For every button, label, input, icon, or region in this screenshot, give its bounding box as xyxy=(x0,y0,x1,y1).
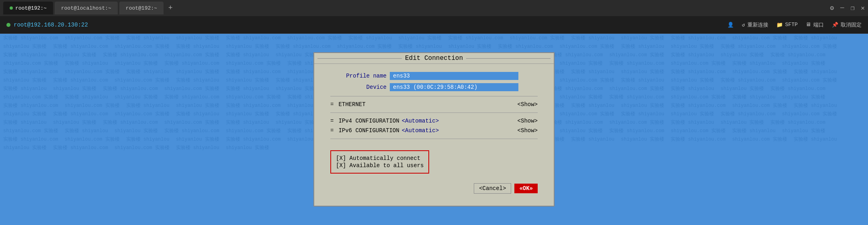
ipv4-eq: = xyxy=(330,118,334,124)
divider-3 xyxy=(330,139,538,139)
ethernet-label: ETHERNET xyxy=(338,101,365,108)
tab-3-label: root@192:~ xyxy=(126,5,157,11)
dialog-body: Profile name ens33 Device ens33 (00:0C:2… xyxy=(314,64,554,206)
profile-name-label: Profile name xyxy=(330,73,387,79)
unpin-icon: 📌 xyxy=(832,22,838,28)
dialog-title: Edit Connection xyxy=(405,55,463,62)
device-label: Device xyxy=(330,84,387,90)
tab-bar: root@192:~ root@localhost:~ root@192:~ +… xyxy=(0,0,868,16)
ethernet-show[interactable]: <Show> xyxy=(518,101,538,108)
terminal-label: 端口 xyxy=(813,21,824,29)
profile-name-value[interactable]: ens33 xyxy=(390,72,518,80)
minimize-icon[interactable]: ─ xyxy=(840,4,844,12)
ethernet-eq: = xyxy=(330,101,334,108)
ethernet-label-group: = ETHERNET xyxy=(330,101,366,108)
unpin-button[interactable]: 📌 取消固定 xyxy=(832,21,862,29)
window-controls: ⚙ ─ ❐ ✕ xyxy=(830,4,865,12)
sftp-icon: 📁 xyxy=(776,22,783,28)
divider-1 xyxy=(330,96,538,96)
tab-2-label: root@localhost:~ xyxy=(61,5,111,11)
ipv6-label-group: = IPv6 CONFIGURATION <Automatic> xyxy=(330,127,439,134)
unpin-label: 取消固定 xyxy=(841,21,862,29)
connection-status-dot xyxy=(6,23,10,27)
tab-dot-1 xyxy=(10,6,13,10)
restore-icon[interactable]: ❐ xyxy=(851,4,855,12)
close-icon[interactable]: ✕ xyxy=(861,4,865,12)
ipv4-row: = IPv4 CONFIGURATION <Automatic> <Show> xyxy=(330,118,538,124)
ipv6-eq: = xyxy=(330,127,334,134)
sftp-button[interactable]: 📁 SFTP xyxy=(776,22,798,28)
ipv6-label: IPv6 CONFIGURATION xyxy=(338,127,399,134)
ipv4-mode[interactable]: <Automatic> xyxy=(402,118,439,124)
button-row: <Cancel> «OK» xyxy=(330,183,538,194)
profile-name-row: Profile name ens33 xyxy=(330,72,538,80)
divider-2 xyxy=(330,112,538,113)
terminal-icon: 🖥 xyxy=(806,22,811,28)
tab-3[interactable]: root@192:~ xyxy=(119,2,164,14)
device-value[interactable]: ens33 (00:0C:29:58:A0:42) xyxy=(390,83,518,91)
ipv4-label: IPv4 CONFIGURATION xyxy=(338,118,399,124)
sftp-label: SFTP xyxy=(785,22,798,28)
reconnect-icon: ↺ xyxy=(742,22,745,28)
connection-bar: root@192.168.20.130:22 👤 ↺ 重新连接 📁 SFTP 🖥… xyxy=(0,16,868,34)
ethernet-row: = ETHERNET <Show> xyxy=(330,101,538,108)
connection-actions: 👤 ↺ 重新连接 📁 SFTP 🖥 端口 📌 取消固定 xyxy=(727,21,862,29)
tab-2[interactable]: root@localhost:~ xyxy=(55,2,118,14)
checkbox-section: [X] Automatically connect [X] Available … xyxy=(330,150,429,174)
auto-connect-row: [X] Automatically connect xyxy=(336,155,424,162)
auto-connect-label[interactable]: [X] Automatically connect xyxy=(336,155,420,162)
tab-1[interactable]: root@192:~ xyxy=(3,2,53,14)
available-users-row: [X] Available to all users xyxy=(336,162,424,169)
reconnect-label: 重新连接 xyxy=(747,21,768,29)
user-icon: 👤 xyxy=(727,22,734,28)
ipv6-mode[interactable]: <Automatic> xyxy=(402,127,439,134)
ipv4-label-group: = IPv4 CONFIGURATION <Automatic> xyxy=(330,118,439,124)
tab-1-label: root@192:~ xyxy=(15,5,47,11)
reconnect-button[interactable]: ↺ 重新连接 xyxy=(742,21,768,29)
ok-button[interactable]: «OK» xyxy=(514,184,538,193)
tab-add-button[interactable]: + xyxy=(165,2,176,14)
device-row: Device ens33 (00:0C:29:58:A0:42) xyxy=(330,83,538,91)
terminal-area: const wm = document.querySelector('.wate… xyxy=(0,34,868,225)
ipv4-show[interactable]: <Show> xyxy=(518,118,538,124)
available-users-label[interactable]: [X] Available to all users xyxy=(336,162,424,169)
ipv6-show[interactable]: <Show> xyxy=(518,127,538,134)
settings-icon[interactable]: ⚙ xyxy=(830,4,834,12)
cancel-button[interactable]: <Cancel> xyxy=(474,183,511,194)
ipv6-row: = IPv6 CONFIGURATION <Automatic> <Show> xyxy=(330,127,538,134)
connection-host: root@192.168.20.130:22 xyxy=(14,22,88,28)
connection-info: root@192.168.20.130:22 xyxy=(6,22,88,28)
terminal-button[interactable]: 🖥 端口 xyxy=(806,21,824,29)
dialog-title-bar: Edit Connection xyxy=(314,53,554,64)
edit-connection-dialog: Edit Connection Profile name ens33 Devic… xyxy=(313,52,555,207)
